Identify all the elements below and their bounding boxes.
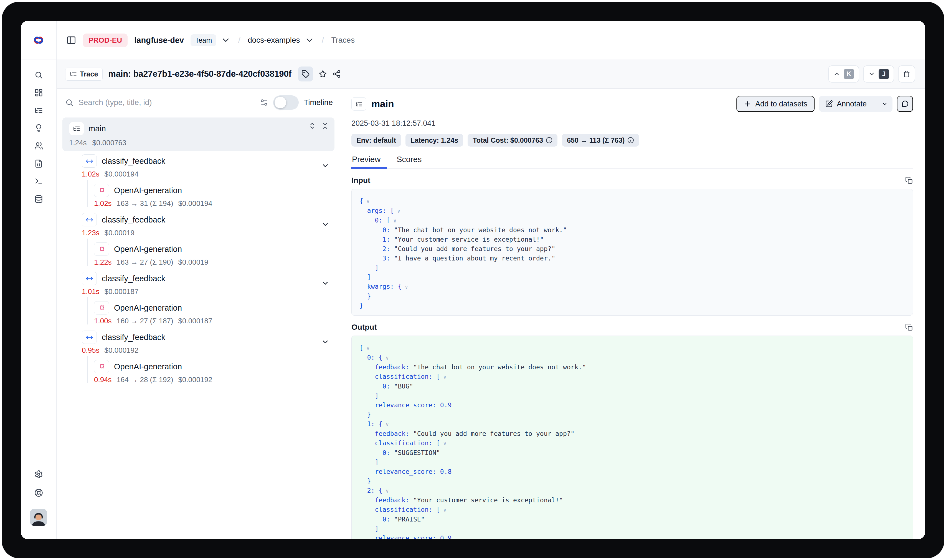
chevron-down-icon[interactable] (321, 338, 329, 346)
span-row[interactable]: classify_feedback 1.23s $0.00019 (57, 210, 340, 239)
json-line: } (360, 291, 905, 301)
json-line: } (360, 476, 905, 486)
span-cost: $0.000194 (105, 170, 139, 178)
generation-row[interactable]: OpenAI-generation 1.02s 163 → 31 (Σ 194)… (57, 180, 340, 210)
span-label: classify_feedback (102, 274, 165, 283)
annotate-menu-button[interactable] (877, 96, 892, 112)
tree-search-row: Timeline (57, 91, 340, 114)
info-icon[interactable] (546, 137, 552, 143)
input-json-viewer[interactable]: { ∨ args: [ ∨ 0: [ ∨ 0: "The chat bot on… (351, 189, 913, 315)
generation-cost: $0.00019 (178, 258, 208, 266)
annotate-pen-icon (825, 100, 833, 108)
span-row[interactable]: classify_feedback 1.01s $0.000187 (57, 269, 340, 298)
user-avatar[interactable] (30, 509, 47, 526)
star-icon[interactable] (319, 70, 327, 78)
filter-sliders-icon[interactable] (260, 98, 268, 107)
span-type-icon (82, 213, 97, 226)
generation-row[interactable]: OpenAI-generation 0.94s 164 → 28 (Σ 192)… (57, 357, 340, 386)
comments-button[interactable] (897, 96, 913, 112)
chevron-down-icon[interactable] (321, 162, 329, 170)
file-code-icon[interactable] (34, 159, 43, 168)
trace-type-icon (351, 97, 366, 111)
generation-label: OpenAI-generation (114, 186, 182, 195)
span-group: classify_feedback 0.95s $0.000192 OpenAI… (57, 327, 340, 386)
expand-all-icon[interactable] (309, 122, 316, 130)
lightbulb-icon[interactable] (34, 124, 43, 132)
json-line: 0: "BUG" (360, 382, 905, 391)
span-label: classify_feedback (102, 215, 165, 225)
collapse-all-icon[interactable] (321, 122, 329, 130)
plus-icon (744, 100, 751, 108)
kbd-shortcut-k: K (844, 69, 854, 79)
json-line: classification: [ ∨ (360, 505, 905, 515)
environment-badge: PROD-EU (83, 34, 128, 47)
list-tree-icon (70, 71, 77, 78)
tag-button[interactable] (298, 66, 313, 82)
generation-label: OpenAI-generation (114, 303, 182, 312)
users-icon[interactable] (34, 142, 43, 150)
tracing-tree-icon[interactable] (34, 106, 43, 115)
trace-header-bar: Trace main: ba27e7b1-e23e-4f50-87de-420c… (57, 60, 925, 89)
sidebar-toggle-icon[interactable] (66, 35, 76, 45)
json-line: { ∨ (360, 196, 905, 206)
json-line: ] (360, 272, 905, 282)
share-icon[interactable] (333, 70, 341, 78)
next-trace-button[interactable]: J (863, 65, 894, 83)
generation-row[interactable]: OpenAI-generation 1.22s 163 → 27 (Σ 190)… (57, 239, 340, 269)
json-line: ] (360, 457, 905, 467)
chevron-down-icon[interactable] (321, 279, 329, 287)
langfuse-logo[interactable] (32, 21, 45, 60)
org-name[interactable]: langfuse-dev (134, 36, 184, 45)
span-type-icon (82, 331, 97, 344)
window-frame: PROD-EU langfuse-dev Team / docs-example… (2, 2, 944, 558)
dashboard-icon[interactable] (34, 88, 43, 97)
settings-gear-icon[interactable] (34, 470, 43, 478)
terminal-icon[interactable] (34, 177, 43, 186)
add-to-datasets-button[interactable]: Add to datasets (736, 96, 815, 112)
copy-icon[interactable] (905, 177, 913, 184)
json-line: } (360, 410, 905, 419)
delete-trace-button[interactable] (898, 65, 915, 83)
generation-duration: 0.94s (94, 375, 112, 384)
breadcrumb-traces[interactable]: Traces (331, 36, 355, 45)
chevron-down-icon[interactable] (304, 35, 315, 45)
tree-search-input[interactable] (79, 98, 255, 107)
timeline-toggle[interactable] (273, 95, 299, 110)
annotate-label: Annotate (837, 100, 867, 108)
generation-row[interactable]: OpenAI-generation 1.00s 160 → 27 (Σ 187)… (57, 298, 340, 327)
span-type-icon (82, 154, 97, 168)
chevron-down-icon[interactable] (221, 35, 231, 45)
span-row[interactable]: classify_feedback 1.02s $0.000194 (57, 151, 340, 180)
tab-scores[interactable]: Scores (396, 153, 424, 168)
info-icon[interactable] (627, 137, 634, 143)
root-span-row[interactable]: main 1.24s $0.000763 (62, 117, 335, 151)
trash-icon (903, 71, 910, 78)
json-line: relevance_score: 0.8 (360, 467, 905, 476)
badge-label: Total Cost: $0.000763 (472, 136, 543, 145)
span-duration: 1.02s (82, 170, 100, 178)
app-window: PROD-EU langfuse-dev Team / docs-example… (21, 21, 925, 539)
root-span-label: main (88, 124, 106, 133)
generation-tokens: 164 → 28 (Σ 192) (117, 375, 173, 384)
add-to-datasets-label: Add to datasets (755, 100, 807, 108)
chevron-down-icon[interactable] (321, 220, 329, 229)
json-line: 0: [ ∨ (360, 215, 905, 225)
span-duration: 1.23s (82, 229, 100, 237)
metric-badge: 650 → 113 (Σ 763) (562, 134, 639, 146)
copy-icon[interactable] (905, 323, 913, 331)
annotate-button[interactable]: Annotate (819, 96, 873, 112)
metric-badge: Latency: 1.24s (406, 134, 463, 146)
search-icon[interactable] (34, 71, 43, 79)
breadcrumb-project[interactable]: docs-examples (248, 36, 300, 45)
tab-preview[interactable]: Preview (351, 153, 383, 168)
span-label: classify_feedback (102, 333, 165, 342)
output-json-viewer[interactable]: [ ∨ 0: { ∨ feedback: "The chat bot on yo… (351, 335, 913, 539)
span-row[interactable]: classify_feedback 0.95s $0.000192 (57, 327, 340, 357)
json-line: 2: { ∨ (360, 486, 905, 495)
annotate-split-button: Annotate (819, 96, 892, 112)
database-icon[interactable] (34, 195, 43, 203)
span-list: classify_feedback 1.02s $0.000194 OpenAI… (57, 151, 340, 386)
prev-trace-button[interactable]: K (828, 65, 859, 83)
support-lifebuoy-icon[interactable] (34, 489, 43, 497)
breadcrumb-separator: / (238, 35, 241, 45)
